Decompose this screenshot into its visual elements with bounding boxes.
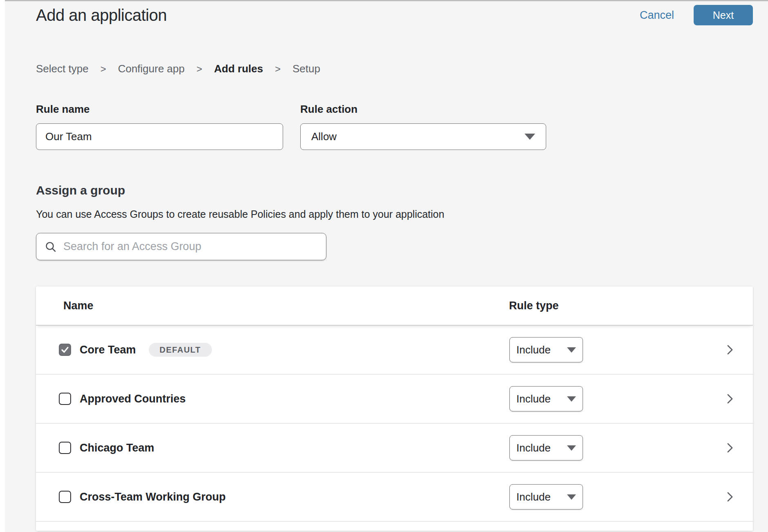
row-checkbox[interactable]	[59, 442, 71, 454]
row-checkbox[interactable]	[59, 491, 71, 503]
table-body: Core Team DEFAULT Include Approved Count…	[36, 326, 753, 522]
caret-down-icon	[567, 396, 576, 402]
assign-group-description: You can use Access Groups to create reus…	[36, 208, 753, 221]
page-title: Add an application	[36, 6, 167, 25]
assign-group-heading: Assign a group	[36, 183, 753, 197]
panel-header: Add an application Cancel Next	[36, 3, 753, 27]
rule-form: Rule name Rule action Allow	[36, 103, 753, 150]
table-row[interactable]: Chicago Team Include	[36, 424, 753, 473]
rule-type-value: Include	[516, 491, 551, 503]
cancel-button[interactable]: Cancel	[640, 9, 674, 22]
rule-action-label: Rule action	[300, 103, 546, 116]
search-input[interactable]	[63, 240, 318, 253]
breadcrumb-separator: >	[196, 63, 202, 75]
column-header-rule-type: Rule type	[509, 300, 559, 312]
next-button[interactable]: Next	[694, 5, 753, 25]
rule-type-select[interactable]: Include	[509, 484, 583, 510]
breadcrumb: Select type>Configure app>Add rules>Setu…	[36, 63, 753, 75]
breadcrumb-separator: >	[100, 63, 106, 75]
chevron-right-icon[interactable]	[726, 343, 734, 356]
table-header: Name Rule type	[36, 286, 753, 326]
rule-type-value: Include	[516, 442, 551, 454]
table-row[interactable]: Core Team DEFAULT Include	[36, 326, 753, 375]
rule-type-select[interactable]: Include	[509, 337, 583, 362]
rule-name-field-group: Rule name	[36, 103, 283, 150]
breadcrumb-step[interactable]: Configure app	[118, 63, 185, 75]
access-groups-table: Name Rule type Core Team DEFAULT Include…	[36, 286, 753, 531]
table-row[interactable]: Approved Countries Include	[36, 375, 753, 424]
column-header-name: Name	[63, 300, 94, 312]
table-row[interactable]: Cross-Team Working Group Include	[36, 473, 753, 522]
header-actions: Cancel Next	[640, 5, 753, 25]
group-name: Core Team	[80, 344, 136, 356]
caret-down-icon	[567, 494, 576, 500]
breadcrumb-step[interactable]: Setup	[292, 63, 320, 75]
access-group-search[interactable]	[36, 233, 326, 260]
chevron-right-icon[interactable]	[726, 441, 734, 454]
breadcrumb-step[interactable]: Select type	[36, 63, 89, 75]
group-name: Chicago Team	[80, 442, 154, 454]
row-checkbox[interactable]	[59, 393, 71, 405]
caret-down-icon	[567, 347, 576, 353]
caret-down-icon	[525, 134, 535, 140]
group-name: Cross-Team Working Group	[80, 491, 226, 503]
rule-type-select[interactable]: Include	[509, 435, 583, 460]
check-icon	[60, 345, 69, 354]
rule-name-label: Rule name	[36, 103, 283, 116]
row-checkbox[interactable]	[59, 344, 71, 356]
add-application-panel: Add an application Cancel Next Select ty…	[0, 0, 768, 532]
rule-name-input[interactable]	[36, 123, 283, 150]
caret-down-icon	[567, 445, 576, 451]
chevron-right-icon[interactable]	[726, 392, 734, 405]
group-name: Approved Countries	[80, 393, 186, 405]
breadcrumb-separator: >	[275, 63, 281, 75]
default-badge: DEFAULT	[149, 343, 212, 357]
breadcrumb-step[interactable]: Add rules	[214, 63, 263, 75]
rule-type-select[interactable]: Include	[509, 386, 583, 411]
rule-action-field-group: Rule action Allow	[300, 103, 546, 150]
rule-action-value: Allow	[311, 130, 337, 143]
rule-type-value: Include	[516, 393, 551, 405]
rule-type-value: Include	[516, 344, 551, 356]
rule-action-select[interactable]: Allow	[300, 123, 546, 150]
chevron-right-icon[interactable]	[726, 490, 734, 503]
table-row-partial	[36, 522, 753, 531]
search-icon	[45, 241, 57, 253]
